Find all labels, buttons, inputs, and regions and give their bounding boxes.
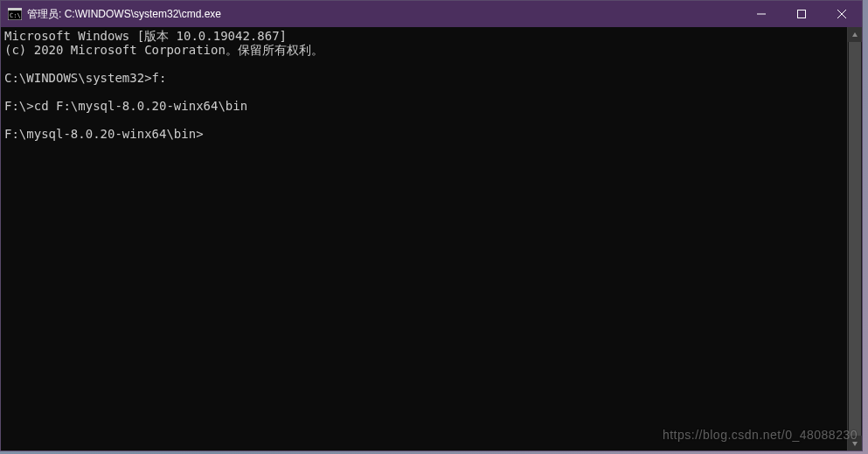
terminal-output[interactable]: Microsoft Windows [版本 10.0.19042.867](c)…: [1, 27, 847, 451]
cmd-icon: C:\: [8, 7, 22, 21]
terminal-line: Microsoft Windows [版本 10.0.19042.867]: [4, 29, 847, 43]
maximize-button[interactable]: [781, 1, 822, 27]
window-title: 管理员: C:\WINDOWS\system32\cmd.exe: [27, 7, 741, 22]
svg-text:C:\: C:\: [10, 12, 21, 19]
svg-marker-7: [852, 32, 858, 37]
scroll-up-button[interactable]: [848, 27, 862, 42]
vertical-scrollbar[interactable]: [847, 27, 862, 451]
close-button[interactable]: [822, 1, 862, 27]
svg-rect-1: [8, 8, 22, 10]
scroll-down-button[interactable]: [848, 436, 862, 451]
terminal-line: [4, 85, 847, 99]
terminal-line: [4, 113, 847, 127]
terminal-line: C:\WINDOWS\system32>f:: [4, 71, 847, 85]
svg-rect-4: [798, 10, 806, 18]
terminal-line: (c) 2020 Microsoft Corporation。保留所有权利。: [4, 43, 847, 57]
terminal-line: F:\>cd F:\mysql-8.0.20-winx64\bin: [4, 99, 847, 113]
terminal-line: [4, 57, 847, 71]
title-bar[interactable]: C:\ 管理员: C:\WINDOWS\system32\cmd.exe: [1, 1, 862, 27]
terminal-line: F:\mysql-8.0.20-winx64\bin>: [4, 127, 847, 141]
svg-marker-8: [852, 442, 858, 446]
scroll-thumb[interactable]: [849, 42, 861, 436]
window-body: Microsoft Windows [版本 10.0.19042.867](c)…: [1, 27, 862, 451]
cmd-window: C:\ 管理员: C:\WINDOWS\system32\cmd.exe Mic…: [0, 0, 863, 451]
minimize-button[interactable]: [741, 1, 781, 27]
window-controls: [741, 1, 862, 27]
scroll-track[interactable]: [848, 42, 862, 436]
